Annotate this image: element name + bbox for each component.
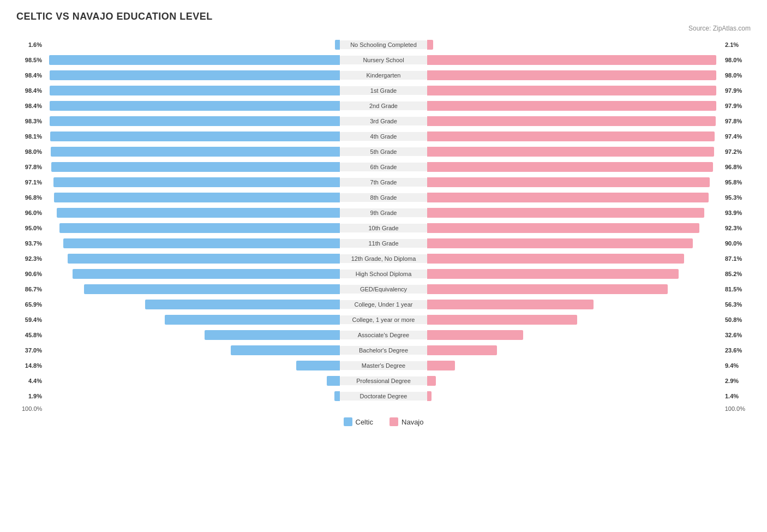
- left-bar-container: [45, 39, 340, 50]
- right-bar: [427, 223, 699, 233]
- row-pair: 98.1%4th Grade97.4%: [22, 129, 745, 144]
- row-pair: 96.0%9th Grade93.9%: [22, 206, 745, 220]
- left-bar: [51, 147, 340, 157]
- row-pair: 96.8%8th Grade95.3%: [22, 190, 745, 205]
- right-value: 98.0%: [722, 72, 745, 79]
- left-value: 93.7%: [22, 240, 45, 247]
- row-label: Master's Degree: [340, 361, 427, 370]
- right-bar-container: [427, 207, 722, 218]
- row-label: Doctorate Degree: [340, 392, 427, 401]
- legend-celtic: Celtic: [344, 417, 374, 426]
- row-label: GED/Equivalency: [340, 285, 427, 294]
- right-bar-container: [427, 238, 722, 249]
- left-bar-container: [45, 70, 340, 81]
- left-value: 96.0%: [22, 210, 45, 216]
- row-pair: 86.7%GED/Equivalency81.5%: [22, 282, 745, 296]
- right-bar-container: [427, 299, 722, 310]
- left-bar: [145, 300, 340, 309]
- right-bar: [427, 284, 668, 294]
- bar-row: 97.1%7th Grade95.8%: [22, 175, 745, 189]
- right-bar: [427, 70, 716, 80]
- right-bar-container: [427, 192, 722, 203]
- right-value: 95.8%: [722, 179, 745, 186]
- left-bar: [205, 330, 340, 340]
- right-bar-container: [427, 146, 722, 157]
- right-value: 96.8%: [722, 164, 745, 170]
- bar-row: 45.8%Associate's Degree32.6%: [22, 328, 745, 342]
- row-pair: 59.4%College, 1 year or more50.8%: [22, 313, 745, 327]
- left-value: 45.8%: [22, 332, 45, 338]
- right-bar: [427, 376, 436, 386]
- legend-celtic-box: [344, 417, 352, 426]
- row-label: 8th Grade: [340, 193, 427, 202]
- bar-row: 4.4%Professional Degree2.9%: [22, 374, 745, 388]
- row-pair: 95.0%10th Grade92.3%: [22, 221, 745, 235]
- left-value: 98.4%: [22, 72, 45, 79]
- right-bar: [427, 131, 715, 141]
- left-bar-container: [45, 207, 340, 218]
- right-value: 87.1%: [722, 255, 745, 262]
- row-label: 6th Grade: [340, 163, 427, 171]
- right-value: 2.1%: [722, 41, 745, 48]
- right-bar-container: [427, 330, 722, 340]
- row-pair: 97.8%6th Grade96.8%: [22, 160, 745, 174]
- left-bar-container: [45, 314, 340, 325]
- left-bar: [84, 284, 340, 294]
- row-pair: 65.9%College, Under 1 year56.3%: [22, 297, 745, 312]
- bar-row: 1.6%No Schooling Completed2.1%: [22, 38, 745, 52]
- right-value: 2.9%: [722, 378, 745, 384]
- bar-row: 86.7%GED/Equivalency81.5%: [22, 282, 745, 296]
- row-label: 4th Grade: [340, 132, 427, 141]
- left-value: 86.7%: [22, 286, 45, 292]
- right-bar: [427, 162, 713, 172]
- left-value: 14.8%: [22, 362, 45, 369]
- left-bar: [57, 208, 340, 218]
- right-bar-container: [427, 116, 722, 127]
- left-bar-container: [45, 238, 340, 249]
- right-value: 97.9%: [722, 87, 745, 94]
- right-bar-container: [427, 70, 722, 81]
- row-pair: 98.0%5th Grade97.2%: [22, 145, 745, 159]
- left-bar: [334, 391, 340, 401]
- left-bar: [68, 254, 340, 264]
- bar-row: 65.9%College, Under 1 year56.3%: [22, 297, 745, 312]
- bar-row: 98.0%5th Grade97.2%: [22, 145, 745, 159]
- left-bar-container: [45, 375, 340, 386]
- legend-celtic-label: Celtic: [356, 418, 374, 426]
- left-bar-container: [45, 85, 340, 96]
- left-value: 97.1%: [22, 179, 45, 186]
- bar-row: 37.0%Bachelor's Degree23.6%: [22, 343, 745, 357]
- right-bar: [427, 254, 684, 264]
- right-bar-container: [427, 268, 722, 279]
- legend-navajo-box: [390, 417, 398, 426]
- right-bar-container: [427, 345, 722, 356]
- right-value: 95.3%: [722, 194, 745, 201]
- right-value: 85.2%: [722, 271, 745, 277]
- bar-row: 1.9%Doctorate Degree1.4%: [22, 389, 745, 403]
- left-bar: [63, 238, 340, 248]
- row-pair: 1.9%Doctorate Degree1.4%: [22, 389, 745, 403]
- chart-area: 1.6%No Schooling Completed2.1%98.5%Nurse…: [22, 38, 745, 403]
- row-pair: 4.4%Professional Degree2.9%: [22, 374, 745, 388]
- row-pair: 45.8%Associate's Degree32.6%: [22, 328, 745, 342]
- left-bar-container: [45, 330, 340, 340]
- left-value: 98.5%: [22, 57, 45, 63]
- bottom-left-label: 100.0%: [22, 405, 42, 412]
- left-bar-container: [45, 391, 340, 402]
- right-bar-container: [427, 284, 722, 295]
- row-pair: 92.3%12th Grade, No Diploma87.1%: [22, 252, 745, 266]
- row-label: Bachelor's Degree: [340, 346, 427, 355]
- left-bar: [50, 86, 340, 95]
- source-label: Source: ZipAtlas.com: [16, 25, 751, 32]
- right-bar: [427, 391, 432, 401]
- left-bar-container: [45, 55, 340, 65]
- left-bar: [327, 376, 340, 386]
- right-bar-container: [427, 391, 722, 402]
- bar-row: 98.4%2nd Grade97.9%: [22, 99, 745, 113]
- row-pair: 98.4%1st Grade97.9%: [22, 83, 745, 98]
- left-value: 98.3%: [22, 118, 45, 124]
- left-bar: [50, 131, 340, 141]
- right-value: 98.0%: [722, 57, 745, 63]
- left-value: 92.3%: [22, 255, 45, 262]
- left-bar-container: [45, 100, 340, 111]
